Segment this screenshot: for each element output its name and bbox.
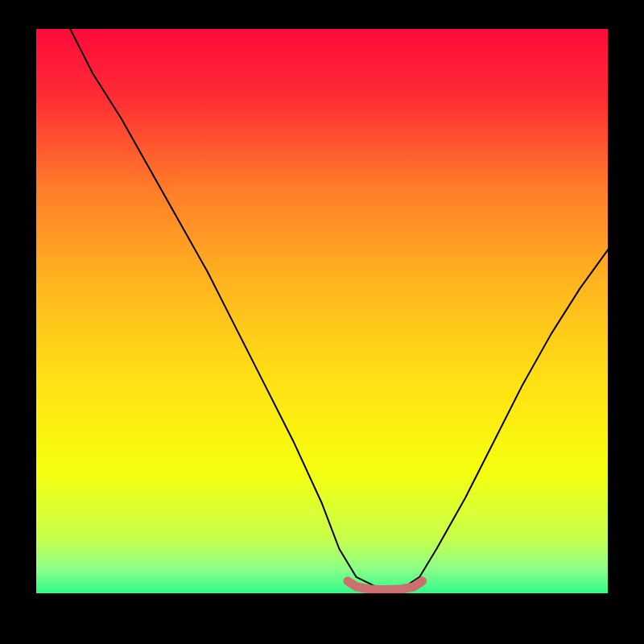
chart-stage: TheBottleneck.com xyxy=(0,0,644,644)
chart-background xyxy=(35,28,609,594)
frame-right xyxy=(609,0,644,644)
frame-bottom xyxy=(0,594,644,644)
bottleneck-chart xyxy=(0,0,644,644)
frame-top xyxy=(0,0,644,28)
frame-left xyxy=(0,0,35,644)
